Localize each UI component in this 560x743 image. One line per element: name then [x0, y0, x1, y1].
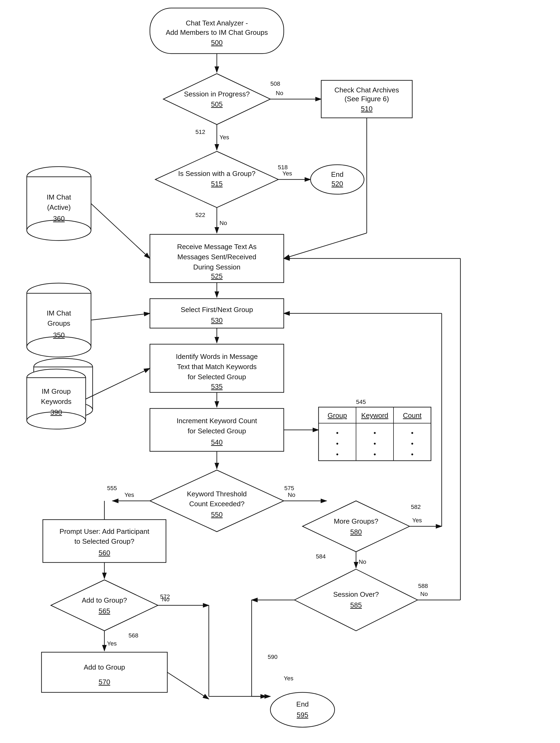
ref-588: 588	[418, 582, 428, 589]
ref-575: 575	[284, 485, 294, 491]
label-560-2: to Selected Group?	[75, 537, 134, 545]
yes-label-550: Yes	[125, 491, 134, 498]
label-db-390-id: 390	[50, 408, 62, 416]
label-580-1: More Groups?	[334, 517, 378, 525]
dot-count-1: •	[411, 429, 413, 437]
label-565-1: Add to Group?	[82, 596, 127, 604]
yes-label-580: Yes	[412, 517, 422, 524]
label-510-1: Check Chat Archives	[334, 86, 399, 94]
ref-590: 590	[268, 654, 278, 660]
label-560-id: 560	[98, 549, 110, 557]
col-group: Group	[328, 411, 347, 420]
label-560-1: Prompt User: Add Participant	[59, 527, 149, 535]
label-525-2: Messages Sent/Received	[178, 253, 256, 261]
start-label-2: Add Members to IM Chat Groups	[166, 29, 268, 36]
dot-keyword-2: •	[373, 440, 376, 447]
label-535-id: 535	[211, 383, 223, 391]
ref-518: 518	[278, 164, 288, 171]
terminal-595	[270, 692, 335, 727]
no-label-585: No	[420, 591, 428, 597]
label-565-id: 565	[98, 607, 110, 615]
dot-count-2: •	[411, 440, 413, 447]
label-db-390-1: IM Group	[42, 387, 71, 395]
diamond-515	[155, 151, 278, 208]
yes-label-585: Yes	[284, 675, 293, 682]
dot-keyword-1: •	[373, 429, 376, 437]
label-db-350-1: IM Chat	[47, 309, 71, 317]
label-540-1: Increment Keyword Count	[177, 417, 257, 425]
col-count: Count	[403, 411, 422, 420]
label-505-id: 505	[211, 100, 223, 108]
ref-508: 508	[270, 80, 280, 87]
label-540-id: 540	[211, 438, 223, 446]
no-label-565: No	[162, 596, 170, 603]
label-520: End	[331, 170, 343, 178]
arrow-510-join	[284, 233, 367, 258]
label-540-2: for Selected Group	[188, 427, 246, 435]
dot-count-3: •	[411, 450, 413, 458]
label-535-1: Identify Words in Message	[176, 352, 258, 360]
diamond-585	[294, 569, 418, 631]
label-550-1: Keyword Threshold	[187, 490, 247, 498]
ref-555: 555	[107, 485, 117, 491]
label-db-350-id: 350	[53, 331, 64, 339]
label-585-1: Session Over?	[333, 590, 379, 598]
db-bottom-350	[27, 337, 91, 357]
label-515-1: Is Session with a Group?	[178, 170, 255, 178]
diamond-580	[302, 501, 410, 552]
dot-group-2: •	[336, 440, 338, 447]
label-db-360-1: IM Chat	[47, 193, 71, 201]
ref-582: 582	[411, 504, 421, 510]
dot-keyword-3: •	[373, 450, 376, 458]
arrow-db-350-530	[91, 313, 150, 320]
no-label-580: No	[359, 559, 366, 565]
label-510-2: (See Figure 6)	[344, 95, 389, 103]
label-595: End	[296, 700, 309, 708]
ref-522: 522	[195, 212, 205, 218]
col-keyword: Keyword	[361, 411, 388, 420]
yes-label-505: Yes	[220, 134, 229, 141]
label-db-360-2: (Active)	[47, 203, 71, 211]
label-510-id: 510	[361, 105, 372, 113]
arrow-db-390-535	[86, 368, 150, 399]
label-db-350-2: Groups	[47, 319, 70, 327]
ref-545: 545	[356, 399, 366, 405]
label-550-2: Count Exceeded?	[189, 500, 245, 508]
dot-group-3: •	[336, 450, 338, 458]
no-label-505: No	[276, 90, 283, 96]
label-595-id: 595	[296, 711, 308, 719]
flowchart-container: Chat Text Analyzer - Add Members to IM C…	[0, 0, 560, 743]
no-label-515: No	[220, 220, 227, 226]
yes-label-515: Yes	[282, 170, 292, 177]
label-550-id: 550	[211, 511, 223, 519]
ref-512: 512	[195, 129, 205, 135]
label-525-3: During Session	[193, 263, 240, 271]
label-520-id: 520	[331, 180, 343, 188]
label-515-id: 515	[211, 180, 223, 188]
diamond-565	[51, 580, 158, 631]
label-525-id: 525	[211, 272, 223, 280]
db-bottom-360	[27, 220, 91, 241]
arrow-db-360-525	[91, 204, 150, 258]
label-505-1: Session in Progress?	[184, 90, 250, 98]
arrow-570-595	[167, 672, 209, 699]
label-530-1: Select First/Next Group	[181, 306, 253, 314]
label-525-1: Receive Message Text As	[177, 243, 256, 251]
no-label-550: No	[288, 491, 295, 498]
yes-label-565: Yes	[107, 640, 117, 647]
box-570	[42, 652, 167, 692]
label-535-3: for Selected Group	[188, 373, 246, 381]
dot-group-1: •	[336, 429, 338, 437]
label-db-360-id: 360	[53, 215, 64, 223]
start-label-1: Chat Text Analyzer -	[186, 19, 248, 27]
start-id: 500	[211, 39, 223, 47]
label-db-390-2: Keywords	[41, 397, 72, 405]
diamond-505	[163, 74, 270, 125]
ref-584: 584	[316, 553, 326, 560]
ref-568: 568	[129, 632, 138, 639]
label-570-id: 570	[98, 678, 110, 686]
label-570-1: Add to Group	[84, 663, 125, 671]
label-580-id: 580	[350, 528, 362, 536]
terminal-520	[311, 165, 364, 194]
label-585-id: 585	[350, 601, 362, 609]
